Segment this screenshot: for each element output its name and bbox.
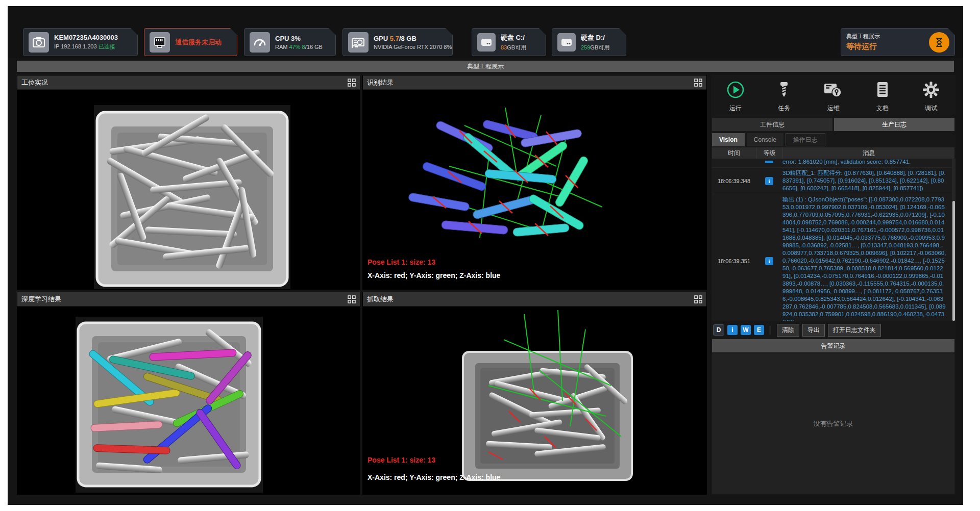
hourglass-icon xyxy=(929,32,949,53)
device-id: KEM07235A4030003 xyxy=(54,34,118,41)
info-icon xyxy=(756,161,782,163)
panel-deep-learning-header: 深度学习结果 xyxy=(17,292,360,306)
cpu-usage: CPU 3% xyxy=(275,35,323,42)
col-message: 消息 xyxy=(782,147,954,159)
run-play-icon xyxy=(726,81,745,101)
tab-workpiece-info[interactable]: 工件信息 xyxy=(712,118,832,131)
drive-icon xyxy=(477,33,496,52)
open-log-folder-button[interactable]: 打开日志文件夹 xyxy=(828,324,881,337)
disk-c-free: 83GB可用 xyxy=(501,44,526,52)
filter-error[interactable]: E xyxy=(754,325,764,335)
project-status-card[interactable]: 典型工程展示 等待运行 xyxy=(841,28,955,56)
pose-list-label: Pose List 1: size: 13 xyxy=(368,456,435,464)
comm-service-card[interactable]: 通信服务未启动 xyxy=(144,28,237,56)
panel-grasp-result: 抓取结果 xyxy=(362,292,707,495)
camera-status-card[interactable]: KEM07235A4030003 IP 192.168.1.203 已连接 xyxy=(23,28,138,56)
log-table-header: 时间 等级 消息 xyxy=(712,147,954,159)
sidebar-tabs: 工件信息 生产日志 xyxy=(712,118,954,131)
disk-c-label: 硬盘 C:/ xyxy=(501,33,526,42)
expand-grid-icon[interactable] xyxy=(348,295,356,303)
gpu-status-card[interactable]: GPU 5.7/8 GB NVIDIA GeForce RTX 2070 8% xyxy=(342,28,453,56)
pose-list-label: Pose List 1: size: 13 xyxy=(368,258,435,266)
info-icon: i xyxy=(756,257,782,265)
project-display-title: 典型工程展示 xyxy=(467,62,504,71)
pointcloud-view: Pose List 1: size: 13 X-Axis: red; Y-Axi… xyxy=(363,90,706,289)
debug-button[interactable]: 调试 xyxy=(922,81,940,113)
screen: KEM07235A4030003 IP 192.168.1.203 已连接 通信… xyxy=(0,0,980,511)
log-row[interactable]: 18:06:39.348 i 3D精匹配_1: 匹配得分: ([0.877630… xyxy=(712,168,954,194)
panel-title: 深度学习结果 xyxy=(21,295,61,304)
tab-production-log[interactable]: 生产日志 xyxy=(834,118,954,131)
device-ip: IP 192.168.1.203 已连接 xyxy=(54,43,118,50)
divider: │ xyxy=(768,326,773,334)
network-port-icon xyxy=(150,32,170,53)
disk-d-label: 硬盘 D:/ xyxy=(581,33,609,42)
cpu-status-card[interactable]: CPU 3% RAM 47% 8/16 GB xyxy=(244,28,336,56)
screw-icon xyxy=(775,81,793,101)
expand-grid-icon[interactable] xyxy=(694,295,702,303)
document-icon xyxy=(873,81,892,101)
project-display-bar: 典型工程展示 xyxy=(17,61,954,72)
drive-icon xyxy=(557,33,576,52)
log-scrollbar[interactable] xyxy=(952,159,955,321)
alarm-record-header: 告警记录 xyxy=(712,339,954,352)
window-wrench-icon xyxy=(823,81,843,101)
log-table[interactable]: error: 1.861020 [mm], validation score: … xyxy=(712,159,954,321)
segmentation-image xyxy=(17,306,360,494)
sidebar-toolbar: 运行 任务 运维 文档 xyxy=(711,77,955,116)
filter-info[interactable]: i xyxy=(727,325,738,335)
col-time: 时间 xyxy=(712,147,756,159)
app-window: KEM07235A4030003 IP 192.168.1.203 已连接 通信… xyxy=(8,6,963,505)
panel-grasp-header: 抓取结果 xyxy=(363,292,706,306)
log-row[interactable]: error: 1.861020 [mm], validation score: … xyxy=(712,159,954,168)
expand-grid-icon[interactable] xyxy=(348,79,356,87)
panel-title: 工位实况 xyxy=(21,78,48,87)
axis-legend: X-Axis: red; Y-Axis: green; Z-Axis: blue xyxy=(368,271,500,279)
gauge-icon xyxy=(250,32,270,53)
project-title: 典型工程展示 xyxy=(846,33,880,40)
gpu-usage: GPU 5.7/8 GB xyxy=(374,35,447,42)
info-icon: i xyxy=(756,177,782,185)
gpu-name: NVIDIA GeForce RTX 2070 8% xyxy=(374,44,447,50)
log-controls: D i W E │ 清除 导出 打开日志文件夹 xyxy=(713,324,881,336)
grasp-image: Pose List 1: size: 13 X-Axis: red; Y-Axi… xyxy=(363,306,706,494)
log-subtabs: Vision Console 操作日志 xyxy=(712,133,825,146)
alarm-record-empty: 没有告警记录 xyxy=(712,353,954,494)
connection-status: 已连接 xyxy=(99,43,115,49)
axis-legend: X-Axis: red; Y-Axis: green; Z-Axis: blue xyxy=(368,473,500,481)
panel-station-live: 工位实况 xyxy=(17,75,360,290)
expand-grid-icon[interactable] xyxy=(694,79,702,87)
filter-debug[interactable]: D xyxy=(713,324,724,336)
gpu-card-icon xyxy=(348,32,369,53)
project-run-status: 等待运行 xyxy=(846,42,880,52)
panel-station-live-header: 工位实况 xyxy=(17,75,360,90)
status-bar: KEM07235A4030003 IP 192.168.1.203 已连接 通信… xyxy=(8,6,963,58)
gear-icon xyxy=(922,81,940,101)
panel-deep-learning-result: 深度学习结果 xyxy=(17,292,360,495)
disk-c-card[interactable]: 硬盘 C:/ 83GB可用 xyxy=(472,28,546,56)
docs-button[interactable]: 文档 xyxy=(873,81,892,113)
disk-d-card[interactable]: 硬盘 D:/ 259GB可用 xyxy=(552,28,626,56)
ram-usage: RAM 47% 8/16 GB xyxy=(275,44,323,50)
maintenance-button[interactable]: 运维 xyxy=(823,81,843,113)
disk-d-free: 259GB可用 xyxy=(581,44,609,52)
log-row[interactable]: 18:06:39.351 i 输出 (1) : QJsonObject({"po… xyxy=(712,194,954,321)
camera-icon xyxy=(29,32,49,53)
subtab-console[interactable]: Console xyxy=(747,133,783,146)
panel-recognition-result: 识别结果 xyxy=(362,75,707,290)
subtab-operation-log[interactable]: 操作日志 xyxy=(786,133,825,146)
clear-log-button[interactable]: 清除 xyxy=(777,324,799,337)
export-log-button[interactable]: 导出 xyxy=(802,324,825,337)
task-button[interactable]: 任务 xyxy=(775,81,793,113)
col-level: 等级 xyxy=(756,147,782,159)
panel-title: 抓取结果 xyxy=(367,295,394,304)
camera-image-live xyxy=(17,90,360,289)
sidebar: 运行 任务 运维 文档 xyxy=(711,75,955,495)
panel-recognition-header: 识别结果 xyxy=(363,75,706,90)
subtab-vision[interactable]: Vision xyxy=(712,133,745,146)
comm-service-status: 通信服务未启动 xyxy=(175,38,222,47)
run-button[interactable]: 运行 xyxy=(726,81,745,113)
filter-warning[interactable]: W xyxy=(741,325,751,335)
panel-title: 识别结果 xyxy=(367,78,394,87)
scrollbar-thumb[interactable] xyxy=(952,201,955,321)
